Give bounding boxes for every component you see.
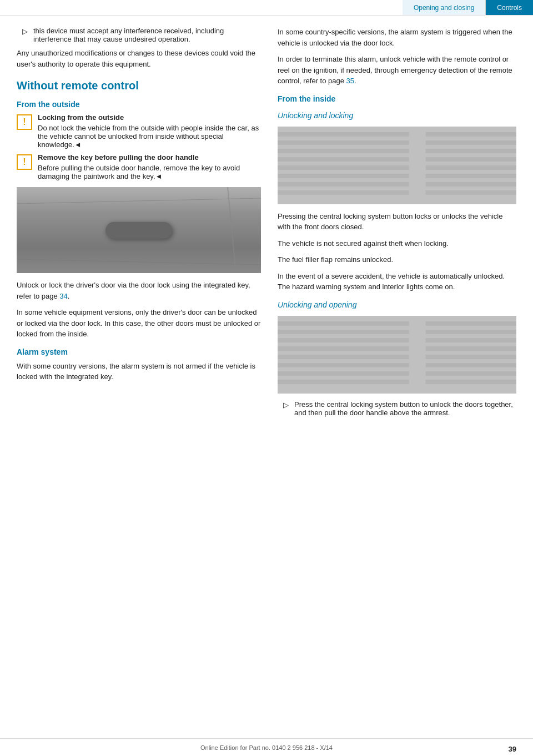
unlocking-opening-heading: Unlocking and opening [278,300,516,309]
interior-bg-svg-2 [278,316,516,394]
svg-rect-22 [278,330,409,334]
svg-rect-24 [278,346,409,351]
warning-title-2: Remove the key before pulling the door h… [38,153,261,162]
svg-rect-15 [426,157,516,162]
svg-rect-35 [426,371,516,376]
svg-rect-23 [278,338,409,342]
svg-rect-30 [426,330,516,334]
warning-symbol-1: ! [23,117,26,127]
alarm-para3-prefix: In order to terminate this alarm, unlock… [278,55,512,85]
svg-rect-25 [278,355,409,359]
tab-opening-closing-label: Opening and closing [414,4,474,12]
from-inside-heading: From the inside [278,94,516,103]
svg-rect-28 [278,380,409,384]
para2-link[interactable]: 34 [59,292,67,300]
para2-suffix: . [68,292,70,300]
unlocking-locking-para2: The vehicle is not secured against theft… [278,238,516,249]
unlocking-locking-para4: In the event of a severe accident, the v… [278,271,516,293]
svg-rect-21 [278,321,409,326]
svg-rect-8 [278,165,409,170]
unlocking-locking-heading: Unlocking and locking [278,111,516,120]
svg-line-2 [228,187,236,273]
svg-line-0 [17,198,261,204]
svg-rect-19 [426,190,516,195]
svg-rect-31 [426,338,516,342]
bullet-text-1: this device must accept any interference… [33,27,261,43]
tab-controls[interactable]: Controls [486,0,533,15]
svg-rect-27 [278,371,409,376]
svg-rect-26 [278,363,409,367]
right-column: In some country-specific versions, the a… [278,27,516,421]
footer-text: Online Edition for Part no. 0140 2 956 2… [200,744,333,751]
svg-rect-32 [426,346,516,351]
unlocking-locking-para1: Pressing the central locking system butt… [278,211,516,233]
tab-opening-closing[interactable]: Opening and closing [403,0,486,15]
para2-prefix: Unlock or lock the driver's door via the… [17,281,250,300]
alarm-para3-link[interactable]: 35 [346,77,354,85]
header-bar: Opening and closing Controls [0,0,533,16]
svg-rect-9 [278,174,409,178]
svg-rect-29 [426,321,516,326]
svg-rect-6 [278,149,409,153]
svg-rect-10 [278,182,409,187]
warning-body-2: Before pulling the outside door handle, … [38,164,261,180]
alarm-para-1: With some country versions, the alarm sy… [17,361,261,382]
subsection-from-outside: From the outside [17,100,261,109]
svg-rect-18 [426,182,516,187]
page-number: 39 [509,745,516,753]
door-svg-decoration [17,187,261,273]
alarm-para-2: In some country-specific versions, the a… [278,27,516,48]
interior-bg-svg [278,127,516,204]
para-unauthorized: Any unauthorized modifications or change… [17,48,261,69]
para-equipment-versions: In some vehicle equipment versions, only… [17,307,261,340]
warning-text-1: Locking from the outside Do not lock the… [38,113,261,149]
bullet-item-1: ▷ this device must accept any interferen… [17,27,261,43]
alarm-para-3: In order to terminate this alarm, unlock… [278,54,516,87]
warning-text-2: Remove the key before pulling the door h… [38,153,261,180]
svg-rect-11 [278,190,409,195]
svg-rect-7 [278,157,409,162]
svg-rect-14 [426,149,516,153]
tab-controls-label: Controls [497,4,522,12]
door-image [17,187,261,273]
alarm-para3-suffix: . [354,77,356,85]
svg-rect-34 [426,363,516,367]
warning-block-2: ! Remove the key before pulling the door… [17,153,261,180]
warning-icon-1: ! [17,114,32,130]
warning-block-1: ! Locking from the outside Do not lock t… [17,113,261,149]
svg-rect-36 [426,380,516,384]
interior-image-1: ▲ 🔒 [278,127,516,204]
section-heading-without-remote: Without remote control [17,79,261,92]
bullet-text-unlocking-opening: Press the central locking system button … [294,400,516,417]
content-wrapper: ▷ this device must accept any interferen… [0,16,533,443]
para-unlock-door: Unlock or lock the driver's door via the… [17,280,261,301]
interior-image-2: ▲ 🔓 [278,316,516,394]
svg-line-1 [17,259,261,265]
bullet-item-unlocking-opening: ▷ Press the central locking system butto… [278,400,516,417]
alarm-system-heading: Alarm system [17,347,261,356]
svg-rect-5 [278,140,409,145]
svg-rect-16 [426,165,516,170]
warning-symbol-2: ! [23,157,26,167]
left-column: ▷ this device must accept any interferen… [17,27,261,421]
bullet-arrow-1: ▷ [22,27,28,43]
warning-icon-2: ! [17,154,32,170]
unlocking-locking-para3: The fuel filler flap remains unlocked. [278,254,516,265]
bullet-arrow-right: ▷ [283,401,289,417]
warning-body-1: Do not lock the vehicle from the outside… [38,124,261,149]
svg-rect-13 [426,140,516,145]
warning-title-1: Locking from the outside [38,113,261,122]
svg-rect-17 [426,174,516,178]
svg-rect-4 [278,132,409,137]
footer: Online Edition for Part no. 0140 2 956 2… [0,738,533,756]
svg-rect-12 [426,132,516,137]
svg-rect-33 [426,355,516,359]
